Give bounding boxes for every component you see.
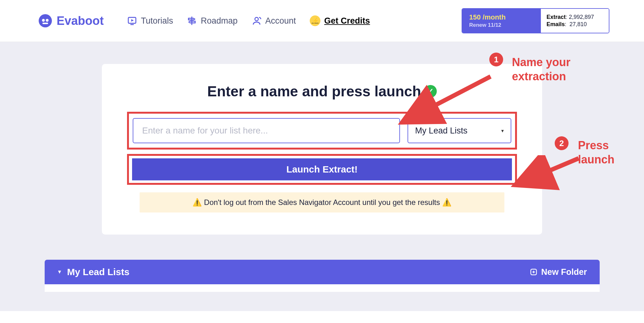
card-title-text: Enter a name and press launch — [207, 83, 421, 100]
nav-tutorials-label: Tutorials — [141, 16, 173, 26]
annotation-badge-1: 1 — [489, 53, 503, 66]
svg-point-2 — [46, 19, 49, 22]
signpost-icon — [187, 16, 197, 26]
nav-roadmap[interactable]: Roadmap — [187, 16, 237, 26]
brand-name: Evaboot — [57, 14, 104, 28]
new-folder-button[interactable]: New Folder — [530, 267, 587, 277]
svg-marker-6 — [131, 19, 134, 22]
nav-get-credits-label: Get Credits — [324, 16, 370, 26]
plan-quota: 150 /month — [469, 13, 534, 21]
svg-line-15 — [519, 158, 579, 184]
warning-icon: ⚠️ — [192, 198, 202, 207]
launch-row-highlight: Launch Extract! — [127, 154, 517, 185]
evaboot-logo-icon — [38, 13, 53, 28]
lead-lists-body — [45, 284, 600, 292]
svg-point-1 — [42, 19, 45, 22]
annotation-arrow-2 — [509, 155, 585, 193]
plan-summary: 150 /month Renew 11/12 Extract: 2,992,89… — [462, 8, 609, 33]
list-name-input[interactable] — [133, 118, 400, 143]
plan-renew: Renew 11/12 — [469, 22, 534, 28]
launch-extract-button[interactable]: Launch Extract! — [132, 158, 512, 180]
annotation-text-1: Name yourextraction — [512, 55, 570, 83]
new-folder-label: New Folder — [541, 267, 587, 277]
annotation-badge-2: 2 — [555, 136, 569, 150]
plan-stats-box: Extract: 2,992,897 Emails: 27,810 — [541, 9, 609, 33]
warning-banner: ⚠️ Don't log out from the Sales Navigato… — [140, 192, 504, 212]
caret-down-icon: ▼ — [57, 269, 62, 275]
lead-lists-title: My Lead Lists — [67, 267, 129, 277]
plan-quota-box: 150 /month Renew 11/12 — [462, 9, 541, 33]
svg-line-13 — [406, 76, 491, 121]
lead-lists-toggle[interactable]: ▼ My Lead Lists — [57, 267, 130, 277]
brand-logo[interactable]: Evaboot — [38, 13, 104, 28]
top-navigation: Evaboot Tutorials Roadmap Account — [0, 0, 644, 42]
svg-point-8 — [255, 17, 258, 21]
svg-rect-3 — [42, 23, 48, 24]
nav-tutorials[interactable]: Tutorials — [127, 16, 173, 26]
account-refresh-icon — [252, 16, 262, 26]
main-canvas: Enter a name and press launch ✓ My Lead … — [0, 42, 644, 311]
plus-square-icon — [530, 268, 537, 276]
warning-text: Don't log out from the Sales Navigator A… — [204, 198, 440, 207]
bolt-icon: ⚡ — [310, 15, 320, 26]
play-screen-icon — [127, 16, 137, 26]
warning-icon: ⚠️ — [442, 198, 452, 207]
svg-point-0 — [39, 14, 52, 27]
plan-card[interactable]: 150 /month Renew 11/12 Extract: 2,992,89… — [462, 8, 609, 33]
chevron-down-icon: ▾ — [501, 128, 504, 134]
main-nav: Tutorials Roadmap Account ⚡ Get Credits — [127, 15, 370, 26]
lead-lists-bar: ▼ My Lead Lists New Folder — [45, 260, 600, 284]
annotation-arrow-1 — [393, 73, 494, 136]
nav-roadmap-label: Roadmap — [201, 16, 237, 26]
nav-account-label: Account — [265, 16, 296, 26]
nav-account[interactable]: Account — [252, 16, 296, 26]
nav-get-credits[interactable]: ⚡ Get Credits — [310, 15, 370, 26]
plan-emails-row: Emails: 27,810 — [547, 21, 603, 28]
plan-extract-row: Extract: 2,992,897 — [547, 14, 603, 21]
